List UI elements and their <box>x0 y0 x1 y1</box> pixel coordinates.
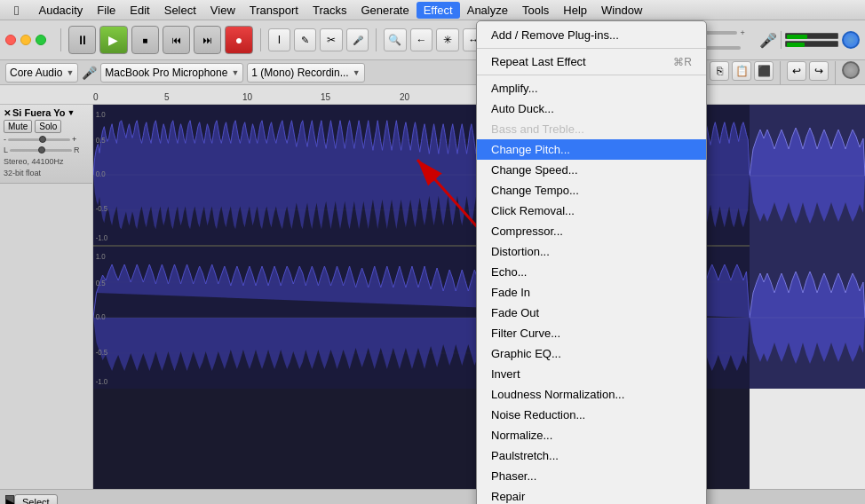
copy-btn[interactable]: ⎘ <box>710 61 729 81</box>
stop-button[interactable]: ■ <box>131 26 159 54</box>
menu-add-remove-plugins[interactable]: Add / Remove Plug-ins... <box>477 25 706 45</box>
menubar-edit[interactable]: Edit <box>123 2 156 19</box>
effect-dropdown: Add / Remove Plug-ins... Repeat Last Eff… <box>476 20 707 504</box>
zoom-tool[interactable]: 🎤 <box>346 28 369 51</box>
ruler-mark-15: 15 <box>321 92 330 102</box>
zoom-back-btn[interactable]: ← <box>410 28 432 51</box>
mute-button[interactable]: Mute <box>4 120 32 133</box>
menu-fade-in[interactable]: Fade In <box>477 282 706 303</box>
menubar-analyze[interactable]: Analyze <box>460 2 515 19</box>
right-waveform-1 <box>750 105 865 247</box>
menubar-view[interactable]: View <box>203 2 242 19</box>
toolbar-row-1: ⏸ ▶ ■ ⏮ ⏭ ● I ✎ ✂ 🎤 🔍 ← ✳ ↔ R <box>0 20 865 59</box>
skip-back-button[interactable]: ⏮ <box>163 26 190 54</box>
minimize-window-btn[interactable] <box>20 35 31 45</box>
menu-noise-reduction[interactable]: Noise Reduction... <box>477 405 706 425</box>
svg-text:-0.5: -0.5 <box>96 348 108 358</box>
svg-text:-1.0: -1.0 <box>96 377 108 387</box>
select-tool[interactable]: ✎ <box>294 28 316 51</box>
menubar-audacity[interactable]: Audacity <box>31 2 90 19</box>
menu-bass-treble[interactable]: Bass and Treble... <box>477 119 706 139</box>
menu-change-speed[interactable]: Change Speed... <box>477 160 706 180</box>
menu-filter-curve[interactable]: Filter Curve... <box>477 323 706 343</box>
close-window-btn[interactable] <box>5 35 16 45</box>
track-name-label: Si Fuera Yo <box>12 107 66 118</box>
zoom-sel-btn[interactable]: ✳ <box>436 28 458 51</box>
svg-text:0.0: 0.0 <box>96 169 106 179</box>
menu-distortion[interactable]: Distortion... <box>477 241 706 262</box>
menu-repeat-shortcut: ⌘R <box>673 56 692 68</box>
menu-compressor[interactable]: Compressor... <box>477 221 706 241</box>
input-device-select[interactable]: MacBook Pro Microphone ▼ <box>100 63 243 83</box>
menu-loudness-norm[interactable]: Loudness Normalization... <box>477 384 706 405</box>
sep2 <box>835 61 836 84</box>
gain-slider[interactable] <box>8 138 70 141</box>
menubar-select[interactable]: Select <box>157 2 203 19</box>
track-controls: Mute Solo <box>4 120 89 133</box>
menubar-tracks[interactable]: Tracks <box>306 2 354 19</box>
menu-echo[interactable]: Echo... <box>477 262 706 282</box>
menu-fade-out[interactable]: Fade Out <box>477 303 706 323</box>
track-dropdown-arrow[interactable]: ▼ <box>67 108 75 117</box>
track-info: Stereo, 44100Hz 32-bit float <box>4 154 89 180</box>
time-ruler: 0 5 10 15 20 25 30 35 <box>0 85 865 105</box>
menu-repeat-last-effect[interactable]: Repeat Last Effect ⌘R <box>477 51 706 72</box>
menu-paulstretch[interactable]: Paulstretch... <box>477 445 706 466</box>
skip-fwd-button[interactable]: ⏭ <box>194 26 221 54</box>
track-name-row: ✕ Si Fuera Yo ▼ <box>4 107 89 118</box>
device-toolbar: Core Audio ▼ 🎤 MacBook Pro Microphone ▼ … <box>0 60 865 85</box>
ruler-mark-5: 5 <box>164 92 170 102</box>
paste-btn[interactable]: 📋 <box>732 61 751 81</box>
ruler-mark-10: 10 <box>242 92 252 102</box>
svg-text:0.5: 0.5 <box>96 279 106 288</box>
menubar-file[interactable]: File <box>90 2 123 19</box>
right-toolbar-icons: ✂ ⎘ 📋 ⬛ ↩ ↪ <box>687 61 860 84</box>
cursor-tool[interactable]: I <box>268 28 290 51</box>
menu-invert[interactable]: Invert <box>477 364 706 384</box>
menu-auto-duck[interactable]: Auto Duck... <box>477 98 706 119</box>
draw-tool[interactable]: ✂ <box>320 28 342 51</box>
menubar-transport[interactable]: Transport <box>242 2 306 19</box>
menu-repeat-last-label: Repeat Last Effect <box>491 55 586 68</box>
menubar-generate[interactable]: Generate <box>354 2 417 19</box>
menubar-help[interactable]: Help <box>556 2 594 19</box>
svg-text:-1.0: -1.0 <box>96 233 108 243</box>
menubar-effect[interactable]: Effect <box>417 2 460 19</box>
pan-row: L R <box>4 146 89 154</box>
menu-sep-2 <box>477 75 706 75</box>
menu-change-tempo[interactable]: Change Tempo... <box>477 180 706 201</box>
apple-menu[interactable]:  <box>7 1 26 20</box>
record-button[interactable]: ● <box>225 26 252 54</box>
channel-select[interactable]: 1 (Mono) Recordin... ▼ <box>247 63 364 83</box>
sep <box>781 31 782 49</box>
expand-icon[interactable]: ▶ <box>5 495 14 505</box>
menu-change-pitch[interactable]: Change Pitch... <box>477 139 706 160</box>
host-select[interactable]: Core Audio ▼ <box>5 63 78 83</box>
sep <box>780 61 781 84</box>
trim-btn[interactable]: ⬛ <box>754 61 774 81</box>
menu-sep-1 <box>477 48 706 49</box>
menu-amplify[interactable]: Amplify... <box>477 78 706 98</box>
menu-normalize[interactable]: Normalize... <box>477 425 706 445</box>
svg-text:0.0: 0.0 <box>96 312 106 322</box>
maximize-window-btn[interactable] <box>36 35 46 45</box>
solo-button[interactable]: Solo <box>35 120 61 133</box>
pan-slider[interactable] <box>10 149 72 152</box>
pan-l-label: L <box>4 146 8 154</box>
track-close-btn[interactable]: ✕ <box>4 108 11 118</box>
menu-repair[interactable]: Repair <box>477 486 706 504</box>
mic-level-knob[interactable] <box>842 31 860 49</box>
redo-btn[interactable]: ↪ <box>809 61 829 81</box>
menu-graphic-eq[interactable]: Graphic EQ... <box>477 343 706 364</box>
play-button[interactable]: ▶ <box>99 26 127 54</box>
menubar-tools[interactable]: Tools <box>515 2 556 19</box>
undo-btn[interactable]: ↩ <box>787 61 806 81</box>
menu-click-removal[interactable]: Click Removal... <box>477 201 706 221</box>
zoom-in-btn[interactable]: 🔍 <box>384 28 406 51</box>
output-knob[interactable] <box>842 61 860 79</box>
menu-phaser[interactable]: Phaser... <box>477 466 706 486</box>
select-button[interactable]: Select <box>14 494 58 505</box>
menubar-window[interactable]: Window <box>594 2 649 19</box>
pause-button[interactable]: ⏸ <box>68 26 96 54</box>
right-waveform-2 <box>750 247 865 389</box>
